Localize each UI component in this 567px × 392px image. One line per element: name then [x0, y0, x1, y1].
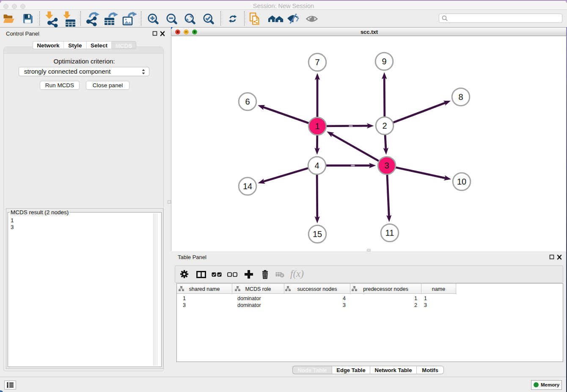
svg-text:9: 9: [382, 57, 386, 66]
svg-text:4: 4: [314, 161, 319, 170]
svg-text:8: 8: [458, 92, 463, 102]
svg-text:14: 14: [243, 182, 252, 191]
svg-text:11: 11: [385, 228, 394, 237]
svg-text:6: 6: [245, 97, 250, 106]
svg-text:10: 10: [457, 177, 466, 186]
svg-text:15: 15: [313, 229, 322, 239]
svg-text:2: 2: [382, 121, 387, 130]
svg-text:1: 1: [315, 121, 319, 131]
svg-text:3: 3: [384, 161, 389, 170]
svg-text:7: 7: [315, 58, 319, 67]
